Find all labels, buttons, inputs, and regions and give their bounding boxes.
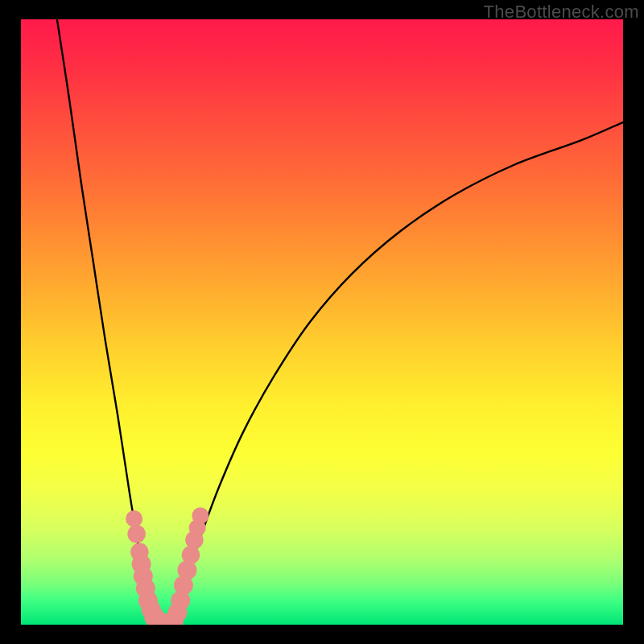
marker-dot [192, 507, 208, 524]
plot-area [21, 19, 623, 625]
marker-dot [126, 510, 142, 527]
highlight-dots [126, 507, 208, 625]
marker-dot [127, 525, 145, 543]
watermark-text: TheBottleneck.com [484, 2, 639, 23]
chart-svg [21, 19, 623, 625]
marker-dot [182, 546, 200, 564]
chart-frame: TheBottleneck.com [0, 0, 644, 644]
curve-right [171, 122, 623, 625]
